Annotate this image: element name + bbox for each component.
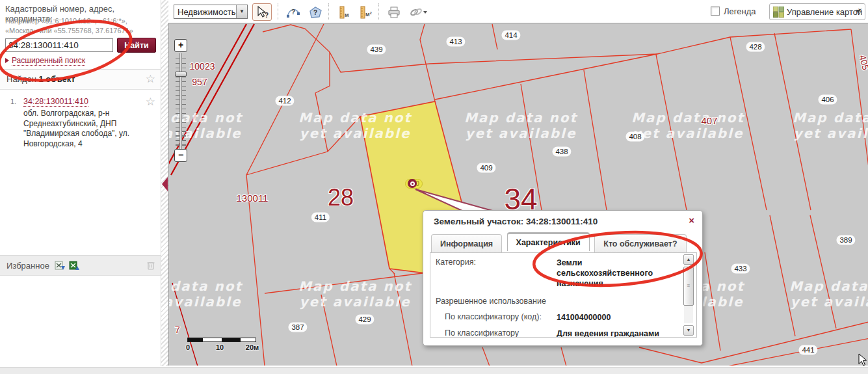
toolbar-separator bbox=[278, 3, 278, 20]
measure-distance-button[interactable]: м bbox=[334, 3, 353, 21]
tab-characteristics[interactable]: Характеристики bbox=[507, 232, 590, 251]
share-link-button[interactable] bbox=[405, 3, 430, 21]
map-control-button[interactable]: Управление картой bbox=[769, 3, 865, 20]
result-address: обл. Волгоградская, р-н Среднеахтубински… bbox=[23, 109, 139, 149]
svg-text:м²: м² bbox=[365, 11, 372, 18]
print-button[interactable] bbox=[384, 3, 403, 21]
select-dropdown-arrow-icon: ▼ bbox=[236, 5, 247, 18]
import-excel-icon[interactable] bbox=[69, 261, 81, 271]
toolbar-separator bbox=[328, 3, 329, 20]
identify-tool-button[interactable]: ? bbox=[252, 3, 272, 21]
triangle-bullet-icon bbox=[5, 58, 9, 63]
map-toolbar: Недвижимость ▼ ? ? ? bbox=[168, 0, 868, 23]
classifier-desc-label: По классификатору (описание): bbox=[436, 328, 557, 338]
scrollbar-thumb[interactable]: ≡ bbox=[683, 267, 694, 306]
result-index: 1. bbox=[10, 98, 16, 105]
classifier-desc-value: Для ведения гражданами садоводства и ого… bbox=[557, 328, 679, 338]
search-sidebar: Кадастровый номер, адрес, координата: На… bbox=[0, 0, 161, 366]
scroll-up-arrow-icon[interactable]: ▲ bbox=[683, 254, 694, 265]
selected-parcel-marker-icon[interactable] bbox=[408, 179, 417, 188]
found-count: 1 объект bbox=[39, 74, 75, 84]
printer-icon bbox=[387, 6, 401, 20]
favorite-star-icon[interactable]: ☆ bbox=[146, 96, 155, 107]
popup-close-icon[interactable]: × bbox=[689, 215, 694, 226]
export-excel-icon[interactable] bbox=[55, 261, 66, 271]
identify-cursor-icon: ? bbox=[256, 6, 270, 20]
zoom-in-button[interactable]: + bbox=[174, 39, 187, 52]
found-label: Найден bbox=[7, 74, 36, 84]
svg-text:?: ? bbox=[313, 9, 317, 16]
bottom-scrollbar[interactable] bbox=[0, 367, 868, 374]
dropdown-caret-icon bbox=[856, 10, 861, 13]
scale-label-10: 10 bbox=[216, 343, 224, 351]
measure-curve-button[interactable]: ? bbox=[283, 3, 302, 21]
tab-information[interactable]: Информация bbox=[431, 234, 502, 252]
favorites-label: Избранное bbox=[7, 261, 49, 271]
classifier-code-label: По классификатору (код): bbox=[436, 312, 557, 323]
scale-strip bbox=[187, 338, 256, 342]
scroll-down-arrow-icon[interactable]: ▼ bbox=[683, 325, 694, 336]
legend-label: Легенда bbox=[724, 7, 756, 16]
category-label: Категория: bbox=[436, 258, 557, 289]
popup-tabs: Информация Характеристики Кто обслуживае… bbox=[431, 232, 702, 252]
search-hint-line1: Например «61:6:10104:12», «61:6:*», bbox=[5, 17, 158, 25]
popup-scrollbar: ▲ ≡ ▼ bbox=[683, 254, 694, 336]
legend-checkbox[interactable] bbox=[711, 7, 720, 16]
map-control-label: Управление картой bbox=[787, 7, 862, 17]
parcel-info-popup: Земельный участок: 34:28:130011:410 × Ин… bbox=[423, 210, 703, 346]
ruler-square-meters-icon: м² bbox=[359, 6, 373, 20]
result-cadastral-link[interactable]: 34:28:130011:410 bbox=[23, 97, 88, 107]
chain-link-icon bbox=[408, 6, 428, 20]
permitted-use-section-label: Разрешенное использование bbox=[436, 297, 679, 306]
tab-who-services[interactable]: Кто обслуживает? bbox=[594, 234, 686, 252]
toolbar-separator bbox=[378, 3, 379, 20]
svg-text:м: м bbox=[345, 12, 349, 18]
popup-content: Категория: Земли сельскохозяйственного н… bbox=[430, 252, 697, 338]
layer-select[interactable]: Недвижимость ▼ bbox=[174, 5, 248, 19]
advanced-search-link[interactable]: Расширенный поиск bbox=[5, 56, 85, 65]
cadastral-map-app: Кадастровый номер, адрес, координата: На… bbox=[0, 0, 868, 374]
results-header: Найден 1 объект ☆ bbox=[0, 69, 161, 90]
curve-measure-icon: ? bbox=[286, 6, 300, 20]
collapse-panel-arrow-icon[interactable] bbox=[162, 177, 168, 191]
polygon-measure-icon: ? bbox=[308, 6, 322, 20]
svg-text:?: ? bbox=[265, 12, 269, 19]
find-button[interactable]: Найти bbox=[117, 38, 156, 53]
favorite-all-star-icon[interactable]: ☆ bbox=[146, 73, 155, 85]
map-canvas[interactable]: Map data notyet availableMap data notyet… bbox=[168, 23, 868, 366]
search-input[interactable] bbox=[5, 38, 113, 52]
panel-splitter[interactable] bbox=[161, 0, 168, 366]
zoom-slider-track[interactable] bbox=[179, 53, 182, 149]
trash-icon[interactable] bbox=[146, 260, 155, 271]
measure-polygon-button[interactable]: ? bbox=[305, 3, 324, 21]
layer-select-value: Недвижимость bbox=[178, 7, 235, 17]
zoom-out-button[interactable]: − bbox=[174, 149, 187, 162]
classifier-code-value: 141004000000 bbox=[557, 312, 611, 323]
layers-grid-icon bbox=[773, 7, 784, 18]
svg-text:?: ? bbox=[291, 8, 295, 16]
category-value: Земли сельскохозяйственного назначения bbox=[557, 258, 679, 289]
marker-dot bbox=[412, 183, 414, 185]
favorites-bar: Избранное bbox=[0, 255, 161, 276]
search-hint-line2: «Москва» или «55.755768, 37.617671» bbox=[5, 27, 158, 34]
popup-title: Земельный участок: 34:28:130011:410 bbox=[434, 217, 598, 226]
scale-label-20m: 20м bbox=[246, 343, 259, 351]
scale-label-0: 0 bbox=[186, 343, 190, 351]
measure-area-button[interactable]: м² bbox=[356, 3, 375, 21]
ruler-meters-icon: м bbox=[337, 6, 351, 20]
zoom-slider-thumb[interactable] bbox=[175, 72, 187, 77]
